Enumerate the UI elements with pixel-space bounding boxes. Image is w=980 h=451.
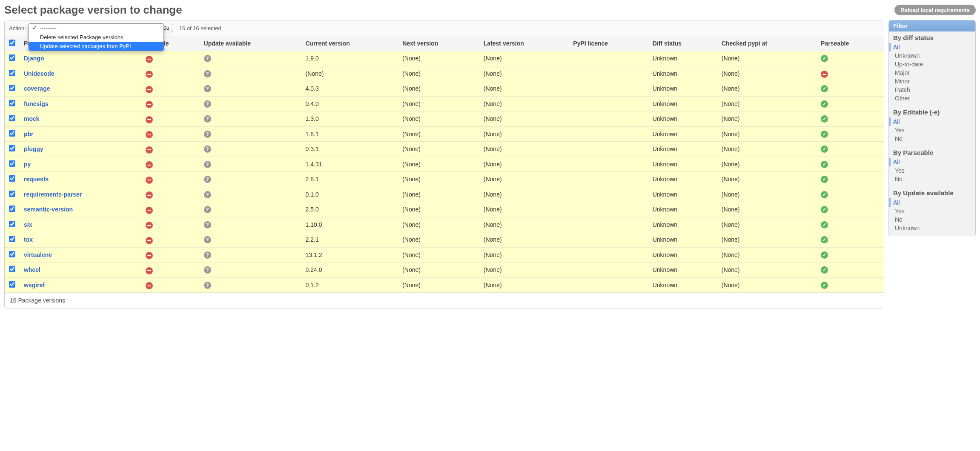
cell-next: (None) [398, 217, 479, 232]
column-header[interactable]: Diff status [648, 36, 717, 51]
package-link[interactable]: mock [24, 115, 40, 122]
column-header[interactable]: Latest version [479, 36, 569, 51]
column-header[interactable]: Current version [301, 36, 398, 51]
package-link[interactable]: Django [24, 55, 44, 62]
cell-latest: (None) [479, 51, 569, 66]
row-checkbox[interactable] [9, 160, 15, 167]
minus-icon [146, 282, 153, 289]
filter-option[interactable]: Yes [893, 207, 971, 215]
filter-option[interactable]: Yes [893, 126, 971, 134]
table-row: coverage4.0.3(None)(None)Unknown(None) [5, 81, 884, 97]
cell-chk: (None) [717, 263, 817, 278]
filter-option[interactable]: Unknown [893, 224, 971, 232]
row-checkbox[interactable] [9, 100, 15, 106]
column-header[interactable]: Checked pypi at [717, 36, 817, 51]
minus-icon [146, 146, 153, 154]
action-option[interactable]: Delete selected Package versions [29, 33, 163, 42]
check-icon [821, 55, 828, 62]
filter-option[interactable]: Minor [893, 77, 971, 86]
cell-latest: (None) [479, 202, 569, 217]
row-checkbox[interactable] [9, 206, 15, 212]
package-link[interactable]: requests [24, 176, 49, 183]
column-header[interactable]: Parseable [817, 36, 884, 51]
package-link[interactable]: pbr [24, 131, 34, 137]
row-checkbox[interactable] [9, 145, 15, 151]
package-link[interactable]: funcsigs [24, 100, 49, 107]
row-checkbox[interactable] [9, 221, 15, 227]
cell-next: (None) [398, 51, 479, 66]
cell-chk: (None) [717, 51, 817, 66]
filter-option[interactable]: No [893, 175, 971, 183]
check-icon [821, 161, 828, 168]
cell-chk: (None) [717, 66, 817, 81]
package-link[interactable]: Unidecode [24, 70, 54, 77]
filter-option[interactable]: Up-to-date [893, 60, 971, 69]
package-link[interactable]: semantic-version [24, 206, 73, 213]
row-checkbox[interactable] [9, 54, 15, 61]
cell-diff: Unknown [648, 81, 717, 97]
column-header[interactable]: PyPI licence [569, 36, 648, 51]
filter-option[interactable]: Major [893, 69, 971, 77]
row-checkbox[interactable] [9, 130, 15, 137]
row-checkbox[interactable] [9, 70, 15, 76]
question-icon [204, 70, 211, 77]
column-header[interactable]: Next version [398, 36, 479, 51]
filter-option[interactable]: No [893, 134, 971, 143]
row-checkbox[interactable] [9, 236, 15, 242]
filter-option[interactable]: All [889, 117, 971, 126]
question-icon [204, 266, 211, 274]
cell-latest: (None) [479, 96, 569, 111]
cell-lic [569, 277, 648, 293]
row-checkbox[interactable] [9, 191, 15, 197]
cell-cur: 1.8.1 [301, 126, 398, 142]
row-checkbox[interactable] [9, 281, 15, 288]
cell-diff: Unknown [648, 277, 717, 293]
table-row: mock1.3.0(None)(None)Unknown(None) [5, 111, 884, 127]
row-checkbox[interactable] [9, 251, 15, 257]
package-link[interactable]: pluggy [24, 146, 43, 152]
package-link[interactable]: wheel [24, 266, 40, 273]
filter-group-title: By Parseable [893, 149, 971, 156]
cell-latest: (None) [479, 126, 569, 142]
action-option[interactable]: --------- [29, 24, 163, 33]
filter-option[interactable]: Yes [893, 166, 971, 175]
minus-icon [146, 101, 153, 108]
question-icon [204, 161, 211, 168]
row-checkbox[interactable] [9, 175, 15, 182]
cell-chk: (None) [717, 172, 817, 187]
select-all-checkbox[interactable] [9, 40, 15, 46]
check-icon [821, 236, 828, 243]
row-checkbox[interactable] [9, 266, 15, 272]
cell-lic [569, 81, 648, 97]
filter-option[interactable]: All [889, 158, 971, 166]
check-icon [821, 146, 828, 153]
filter-option[interactable]: Unknown [893, 51, 971, 60]
filter-option[interactable]: Other [893, 94, 971, 103]
minus-icon [146, 71, 153, 78]
table-row: wsgiref0.1.2(None)(None)Unknown(None) [5, 277, 884, 293]
column-header[interactable]: Update available [200, 36, 301, 51]
filter-option[interactable]: No [893, 215, 971, 224]
cell-diff: Unknown [648, 126, 717, 142]
package-link[interactable]: coverage [24, 85, 50, 92]
minus-icon [146, 267, 153, 274]
row-checkbox[interactable] [9, 85, 15, 91]
package-link[interactable]: requirements-parser [24, 191, 82, 198]
filter-group: By diff statusAllUnknownUp-to-dateMajorM… [889, 31, 975, 106]
row-checkbox[interactable] [9, 115, 15, 121]
cell-chk: (None) [717, 157, 817, 172]
package-link[interactable]: wsgiref [24, 282, 45, 288]
package-link[interactable]: six [24, 221, 32, 228]
filter-option[interactable]: Patch [893, 86, 971, 94]
cell-chk: (None) [717, 142, 817, 157]
package-link[interactable]: virtualenv [24, 251, 52, 258]
action-option[interactable]: Update selected packages from PyPI [29, 42, 163, 51]
cell-next: (None) [398, 232, 479, 248]
filter-option[interactable]: All [889, 43, 971, 51]
package-link[interactable]: py [24, 161, 31, 168]
reload-requirements-button[interactable]: Reload local requirements [894, 5, 976, 15]
package-link[interactable]: tox [24, 236, 33, 243]
filter-option[interactable]: All [889, 198, 971, 207]
table-row: funcsigs0.4.0(None)(None)Unknown(None) [5, 96, 884, 111]
cell-lic [569, 202, 648, 217]
